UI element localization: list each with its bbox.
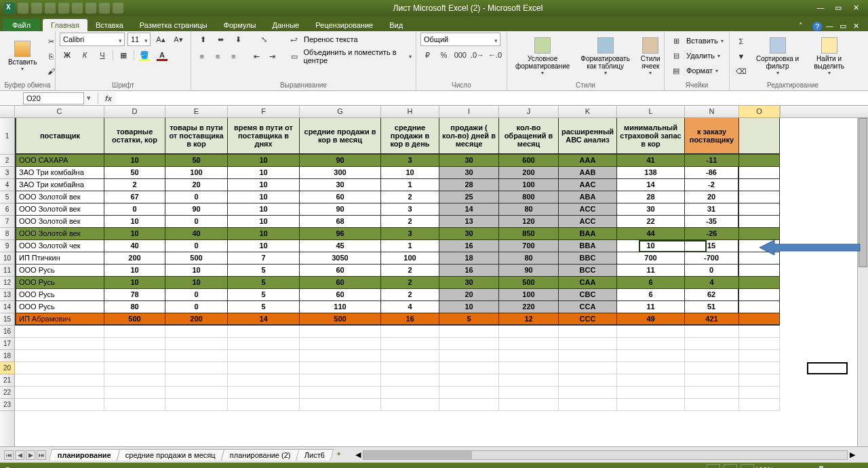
cell[interactable]: 28 xyxy=(439,179,499,191)
sheet-nav-next-icon[interactable]: ▶ xyxy=(26,450,35,460)
cell[interactable]: 5 xyxy=(439,313,499,326)
sheet-nav-prev-icon[interactable]: ◀ xyxy=(15,450,24,460)
row-header[interactable]: 8 xyxy=(0,228,14,240)
wrap-label[interactable]: Перенос текста xyxy=(304,35,358,43)
cell[interactable]: ООО Русь xyxy=(15,265,104,277)
cell[interactable]: средние продажи в кор в месяц xyxy=(300,118,381,155)
cell[interactable]: 51 xyxy=(685,301,739,313)
font-size-combo[interactable]: 11 xyxy=(127,33,151,46)
cell[interactable] xyxy=(739,387,780,399)
cell[interactable] xyxy=(499,399,559,411)
cell[interactable]: 10 xyxy=(228,191,300,203)
cell[interactable]: 40 xyxy=(104,240,165,252)
cell[interactable]: 10 xyxy=(381,167,439,179)
cell[interactable] xyxy=(739,228,780,240)
font-color-icon[interactable]: A xyxy=(155,48,170,62)
cell[interactable]: 800 xyxy=(499,191,559,203)
cell[interactable]: AAC xyxy=(559,179,617,191)
tab-formulas[interactable]: Формулы xyxy=(216,19,264,31)
sheet-tab[interactable]: планирование (2) xyxy=(220,449,299,461)
cell[interactable] xyxy=(228,326,300,338)
align-center-icon[interactable]: ≡ xyxy=(211,50,224,63)
cell[interactable]: CBC xyxy=(559,289,617,301)
cell[interactable]: 700 xyxy=(617,252,685,265)
cell[interactable]: 10 xyxy=(228,155,300,167)
cell[interactable] xyxy=(104,362,165,374)
cell[interactable]: расширенный АВС анализ xyxy=(559,118,617,155)
cells-area[interactable]: поставщиктоварные остатки, кортовары в п… xyxy=(15,118,868,446)
cell[interactable]: 100 xyxy=(381,252,439,265)
cell[interactable]: 15 xyxy=(685,240,739,252)
cell[interactable]: 16 xyxy=(381,313,439,326)
delete-cells-icon[interactable]: ⊟ xyxy=(669,49,684,62)
cell[interactable]: -11 xyxy=(685,155,739,167)
close-button[interactable]: ✕ xyxy=(848,3,864,14)
help-icon[interactable]: ? xyxy=(812,22,822,31)
percent-icon[interactable]: % xyxy=(437,48,450,62)
format-cells-icon[interactable]: ▤ xyxy=(669,64,684,77)
new-sheet-icon[interactable]: ✦ xyxy=(336,450,347,461)
cell[interactable]: продажи ( кол-во) дней в месяце xyxy=(439,118,499,155)
cell[interactable]: 4 xyxy=(381,301,439,313)
cell[interactable]: 22 xyxy=(617,216,685,228)
cell[interactable]: 600 xyxy=(499,155,559,167)
cell[interactable] xyxy=(300,338,381,350)
cell[interactable]: 20 xyxy=(165,179,228,191)
cell[interactable] xyxy=(104,399,165,411)
cell[interactable]: ACC xyxy=(559,203,617,216)
align-bottom-icon[interactable]: ⬇ xyxy=(231,33,245,46)
cell[interactable] xyxy=(617,338,685,350)
cell[interactable] xyxy=(739,277,780,289)
page-break-view-icon[interactable] xyxy=(741,464,754,468)
cell[interactable]: 90 xyxy=(499,265,559,277)
cell[interactable] xyxy=(381,350,439,362)
qat-icon[interactable] xyxy=(99,3,110,14)
cell[interactable]: 5 xyxy=(228,277,300,289)
cell[interactable] xyxy=(739,313,780,326)
page-layout-view-icon[interactable] xyxy=(724,464,737,468)
insert-cells-icon[interactable]: ⊞ xyxy=(669,34,684,47)
cell[interactable] xyxy=(559,374,617,387)
cell[interactable]: 300 xyxy=(300,167,381,179)
cell[interactable]: 1 xyxy=(381,240,439,252)
fill-color-icon[interactable]: 🪣 xyxy=(137,48,152,62)
cell[interactable] xyxy=(165,362,228,374)
cell[interactable]: 200 xyxy=(104,252,165,265)
cell[interactable] xyxy=(617,399,685,411)
cell[interactable]: 31 xyxy=(685,203,739,216)
cell[interactable] xyxy=(685,399,739,411)
paste-button[interactable]: Вставить ▾ xyxy=(4,39,41,73)
cell[interactable]: 138 xyxy=(617,167,685,179)
cell[interactable]: ACC xyxy=(559,216,617,228)
cell[interactable] xyxy=(300,387,381,399)
cell[interactable]: -86 xyxy=(685,167,739,179)
cell[interactable]: 20 xyxy=(685,191,739,203)
row-header[interactable]: 9 xyxy=(0,240,14,252)
cell[interactable] xyxy=(300,362,381,374)
cell[interactable] xyxy=(15,387,104,399)
cell[interactable]: 11 xyxy=(617,265,685,277)
fx-icon[interactable]: fx xyxy=(101,94,116,102)
cell[interactable]: ООО Золотой век xyxy=(15,203,104,216)
cell[interactable] xyxy=(739,326,780,338)
cell[interactable]: 28 xyxy=(617,191,685,203)
cell[interactable]: 10 xyxy=(228,167,300,179)
cell[interactable] xyxy=(499,338,559,350)
number-format-combo[interactable]: Общий xyxy=(420,33,500,46)
tab-review[interactable]: Рецензирование xyxy=(307,19,381,31)
cell[interactable] xyxy=(381,374,439,387)
cell[interactable]: 16 xyxy=(439,240,499,252)
cell[interactable]: 25 xyxy=(439,191,499,203)
cell[interactable]: AAB xyxy=(559,167,617,179)
cell[interactable] xyxy=(685,350,739,362)
doc-restore-icon[interactable]: ▭ xyxy=(840,22,849,31)
cell[interactable] xyxy=(739,374,780,387)
cell[interactable] xyxy=(559,399,617,411)
increase-decimal-icon[interactable]: .0→ xyxy=(470,48,485,62)
cell[interactable]: 30 xyxy=(439,155,499,167)
sheet-tab[interactable]: средние продажи в месяц xyxy=(117,449,224,461)
find-select-button[interactable]: Найти и выделить▾ xyxy=(806,36,852,77)
cell[interactable] xyxy=(15,374,104,387)
col-header-J[interactable]: J xyxy=(499,106,559,117)
cell[interactable]: 30 xyxy=(439,277,499,289)
